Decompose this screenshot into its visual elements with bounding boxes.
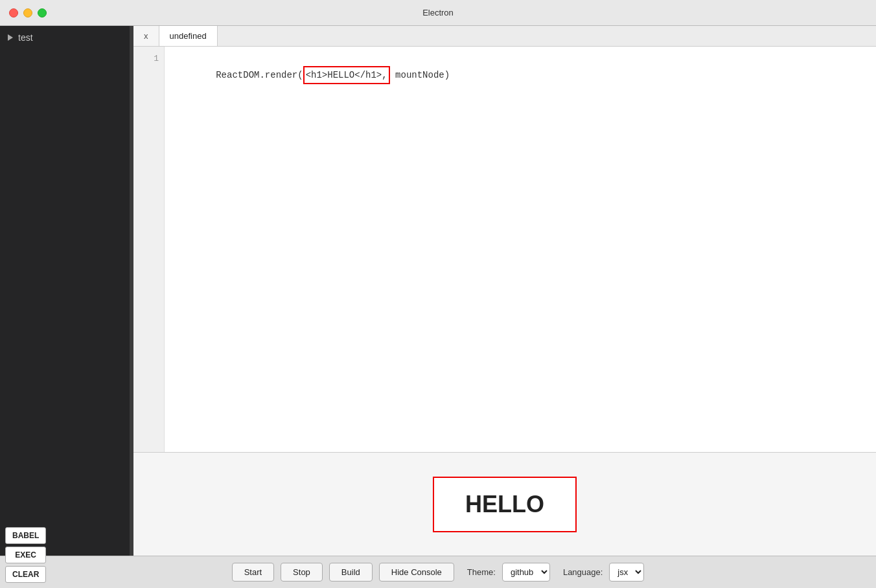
window-title: Electron: [422, 8, 454, 17]
code-suffix: mountNode): [390, 70, 450, 80]
sidebar: test: [0, 26, 130, 556]
code-content[interactable]: ReactDOM.render(<h1>HELLO</h1>, mountNod…: [165, 47, 457, 452]
tabs-bar: x undefined: [133, 26, 876, 47]
tab-x[interactable]: x: [133, 26, 159, 46]
sidebar-item-test[interactable]: test: [0, 26, 130, 49]
line-numbers: 1: [133, 47, 165, 452]
code-editor[interactable]: 1 ReactDOM.render(<h1>HELLO</h1>, mountN…: [133, 47, 876, 452]
play-icon: [8, 34, 13, 41]
hello-text: HELLO: [465, 491, 544, 517]
exec-button[interactable]: EXEC: [5, 547, 46, 563]
build-button[interactable]: Build: [329, 563, 373, 582]
hello-box: HELLO: [433, 477, 577, 532]
close-button[interactable]: [9, 8, 18, 17]
main-area: test x undefined 1 ReactDOM.render(<h1>H…: [0, 26, 876, 556]
babel-button[interactable]: BABEL: [5, 527, 46, 544]
stop-button[interactable]: Stop: [281, 563, 323, 582]
sidebar-item-label: test: [18, 32, 33, 43]
bottom-toolbar: BABEL EXEC CLEAR Start Stop Build Hide C…: [0, 556, 876, 588]
clear-button[interactable]: CLEAR: [5, 566, 46, 583]
left-panel-buttons: BABEL EXEC CLEAR: [5, 527, 46, 583]
preview-area: HELLO: [133, 452, 876, 556]
code-highlight: <h1>HELLO</h1>,: [303, 66, 390, 84]
maximize-button[interactable]: [38, 8, 47, 17]
tab-undefined[interactable]: undefined: [159, 26, 218, 46]
code-prefix: ReactDOM.render(: [216, 70, 303, 80]
editor-area: x undefined 1 ReactDOM.render(<h1>HELLO<…: [133, 26, 876, 556]
hide-console-button[interactable]: Hide Console: [379, 563, 454, 582]
theme-label: Theme:: [467, 567, 496, 577]
traffic-lights: [9, 8, 47, 17]
minimize-button[interactable]: [23, 8, 32, 17]
title-bar: Electron: [0, 0, 876, 26]
language-select[interactable]: jsx: [609, 563, 644, 582]
theme-select[interactable]: github: [502, 563, 550, 582]
start-button[interactable]: Start: [232, 563, 274, 582]
language-label: Language:: [563, 567, 603, 577]
